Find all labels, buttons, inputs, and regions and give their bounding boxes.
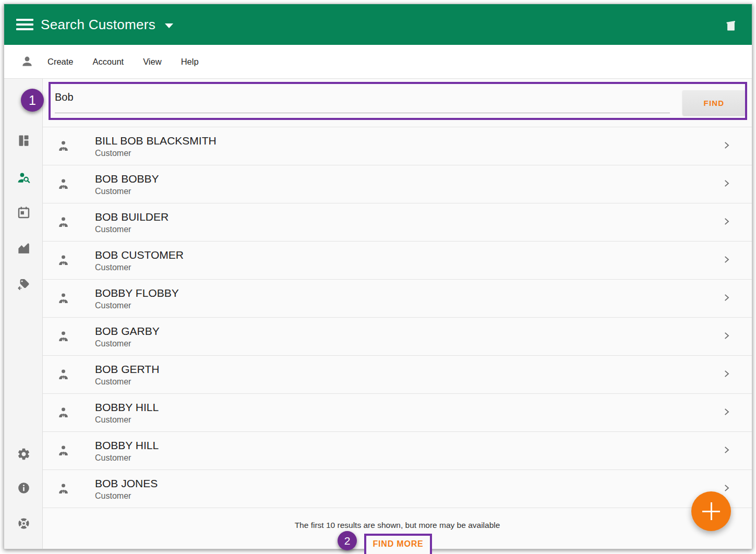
reports-chart-icon[interactable] bbox=[17, 241, 31, 255]
calendar-icon[interactable] bbox=[17, 206, 31, 220]
result-name: BOB CUSTOMER bbox=[95, 248, 184, 262]
chevron-right-icon bbox=[722, 141, 731, 150]
result-row[interactable]: BOB JONES Customer bbox=[43, 469, 752, 508]
input-underline bbox=[55, 113, 670, 113]
annotation-step-1: 1 bbox=[21, 89, 44, 112]
chevron-down-icon[interactable] bbox=[165, 23, 173, 28]
result-type: Customer bbox=[95, 148, 217, 159]
result-type: Customer bbox=[95, 262, 184, 273]
result-row[interactable]: BOB BOBBY Customer bbox=[43, 165, 752, 203]
result-name: BILL BOB BLACKSMITH bbox=[95, 134, 217, 148]
chevron-right-icon bbox=[722, 293, 731, 302]
result-name: BOBBY HILL bbox=[95, 438, 159, 452]
menu-view[interactable]: View bbox=[143, 57, 161, 67]
result-name: BOB GERTH bbox=[95, 362, 159, 376]
annotation-box-find-more: FIND MORE bbox=[364, 534, 432, 554]
customer-search-icon[interactable] bbox=[17, 171, 31, 185]
business-person-icon bbox=[56, 254, 70, 268]
result-row[interactable]: BOB BUILDER Customer bbox=[43, 203, 752, 241]
result-type: Customer bbox=[95, 414, 159, 426]
result-name: BOB JONES bbox=[95, 476, 158, 490]
find-more-link[interactable]: FIND MORE bbox=[373, 539, 424, 554]
business-person-icon bbox=[56, 215, 70, 230]
plus-icon bbox=[702, 502, 720, 520]
search-section: FIND bbox=[43, 79, 752, 127]
chevron-right-icon bbox=[722, 407, 731, 416]
dashboard-icon[interactable] bbox=[17, 134, 31, 148]
chevron-right-icon bbox=[722, 255, 731, 264]
add-customer-fab[interactable] bbox=[691, 491, 731, 531]
annotation-step-2: 2 bbox=[338, 531, 357, 550]
user-icon[interactable] bbox=[20, 55, 34, 68]
info-icon[interactable] bbox=[17, 481, 31, 495]
result-row[interactable]: BOBBY FLOBBY Customer bbox=[43, 279, 752, 317]
chevron-right-icon bbox=[722, 445, 731, 454]
result-name: BOB BUILDER bbox=[95, 210, 169, 224]
chevron-right-icon bbox=[722, 369, 731, 378]
results-list: BILL BOB BLACKSMITH Customer BOB BOBBY C… bbox=[43, 127, 752, 508]
chevron-right-icon bbox=[722, 331, 731, 340]
result-row[interactable]: BOB GERTH Customer bbox=[43, 355, 752, 393]
result-type: Customer bbox=[95, 338, 160, 350]
chevron-right-icon bbox=[722, 179, 731, 188]
find-button[interactable]: FIND bbox=[682, 90, 746, 115]
result-type: Customer bbox=[95, 376, 159, 388]
result-type: Customer bbox=[95, 300, 179, 311]
business-person-icon bbox=[56, 406, 70, 420]
business-person-icon bbox=[56, 330, 70, 344]
result-name: BOB BOBBY bbox=[95, 172, 159, 186]
results-notice: The first 10 results are shown, but more… bbox=[43, 521, 752, 530]
result-type: Customer bbox=[95, 452, 159, 464]
chevron-right-icon bbox=[722, 484, 731, 492]
result-name: BOBBY HILL bbox=[95, 400, 159, 414]
label-return-icon[interactable] bbox=[17, 276, 31, 291]
business-person-icon bbox=[56, 482, 70, 496]
menu-bar: Create Account View Help bbox=[4, 45, 752, 79]
menu-create[interactable]: Create bbox=[47, 57, 74, 67]
result-row[interactable]: BOB CUSTOMER Customer bbox=[43, 241, 752, 279]
search-input[interactable] bbox=[55, 91, 670, 103]
business-person-icon bbox=[56, 292, 70, 306]
content-area: FIND BILL BOB BLACKSMITH Customer bbox=[43, 79, 752, 549]
settings-gear-icon[interactable] bbox=[17, 447, 31, 461]
page-title: Search Customers bbox=[41, 17, 155, 33]
result-row[interactable]: BOBBY HILL Customer bbox=[43, 393, 752, 431]
business-person-icon bbox=[56, 177, 70, 191]
result-row[interactable]: BOBBY HILL Customer bbox=[43, 431, 752, 469]
result-row[interactable]: BILL BOB BLACKSMITH Customer bbox=[43, 127, 752, 165]
chevron-right-icon bbox=[722, 217, 731, 226]
menu-help[interactable]: Help bbox=[181, 57, 199, 67]
result-name: BOB GARBY bbox=[95, 324, 160, 338]
support-lifebuoy-icon[interactable] bbox=[17, 516, 31, 531]
app-window: Search Customers Create Account View Hel… bbox=[4, 4, 752, 549]
menu-account[interactable]: Account bbox=[93, 57, 124, 67]
business-person-icon bbox=[56, 368, 70, 382]
business-person-icon bbox=[56, 139, 70, 153]
new-note-icon[interactable] bbox=[724, 18, 738, 32]
result-type: Customer bbox=[95, 490, 158, 502]
result-row[interactable]: BOB GARBY Customer bbox=[43, 317, 752, 355]
result-type: Customer bbox=[95, 186, 159, 197]
icon-sidebar bbox=[4, 79, 43, 549]
hamburger-menu-icon[interactable] bbox=[16, 16, 33, 33]
result-name: BOBBY FLOBBY bbox=[95, 286, 179, 300]
app-bar: Search Customers bbox=[4, 4, 752, 45]
result-type: Customer bbox=[95, 224, 169, 235]
business-person-icon bbox=[56, 444, 70, 458]
